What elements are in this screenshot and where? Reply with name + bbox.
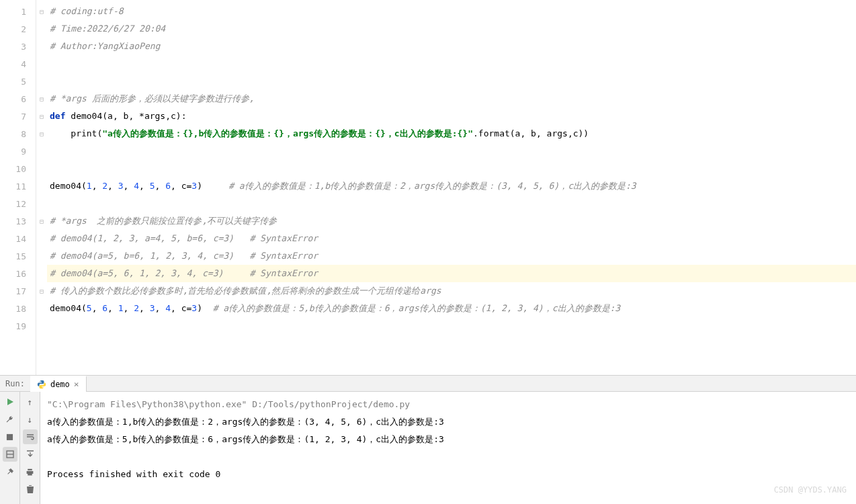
fold-marker[interactable]: ⊟ — [36, 90, 47, 108]
code-line[interactable]: # *args 后面的形参，必须以关键字参数进行传参, — [47, 90, 856, 108]
fold-marker — [36, 142, 47, 160]
code-line[interactable] — [47, 160, 856, 177]
pin-button[interactable] — [3, 464, 17, 479]
ide-root: 12345678910111213141516171819 ⊟⊟⊟⊟⊟⊟ # c… — [0, 0, 856, 504]
layout-button[interactable] — [3, 447, 17, 462]
python-file-icon — [37, 380, 46, 389]
code-line[interactable] — [47, 317, 856, 335]
fold-column[interactable]: ⊟⊟⊟⊟⊟⊟ — [36, 0, 47, 375]
code-line[interactable]: demo04(5, 6, 1, 2, 3, 4, c=3) # a传入的参数值是… — [47, 300, 856, 317]
code-line[interactable]: # demo04(1, 2, 3, a=4, 5, b=6, c=3) # Sy… — [47, 230, 856, 247]
close-icon[interactable]: × — [74, 379, 79, 389]
fold-marker[interactable]: ⊟ — [36, 282, 47, 300]
line-number[interactable]: 9 — [0, 142, 36, 160]
run-label: Run: — [0, 379, 30, 388]
console-line: Process finished with exit code 0 — [47, 466, 849, 483]
line-number[interactable]: 19 — [0, 317, 36, 335]
code-line[interactable] — [47, 195, 856, 212]
svg-point-0 — [40, 381, 41, 382]
wrench-icon[interactable] — [3, 412, 17, 427]
console-line: a传入的参数值是：5,b传入的参数值是：6，args传入的参数是：(1, 2, … — [47, 431, 849, 448]
console-line — [47, 448, 849, 466]
run-panel: Run: demo × ↑ ↓ — [0, 375, 856, 504]
line-number[interactable]: 12 — [0, 195, 36, 212]
run-body: ↑ ↓ "C:\Program Files\Python38\python.ex… — [0, 392, 856, 504]
fold-marker — [36, 38, 47, 55]
svg-point-1 — [42, 386, 43, 387]
up-arrow-icon[interactable]: ↑ — [23, 394, 38, 409]
line-number[interactable]: 1 — [0, 3, 36, 20]
fold-marker[interactable]: ⊟ — [36, 125, 47, 142]
fold-marker — [36, 73, 47, 90]
fold-marker[interactable]: ⊟ — [36, 212, 47, 230]
soft-wrap-button[interactable] — [23, 429, 38, 444]
code-area[interactable]: # coding:utf-8# Time:2022/6/27 20:04# Au… — [47, 0, 856, 375]
trash-button[interactable] — [23, 482, 38, 497]
code-line[interactable]: # coding:utf-8 — [47, 3, 856, 20]
fold-marker — [36, 300, 47, 317]
svg-rect-2 — [7, 433, 13, 439]
code-line[interactable] — [47, 55, 856, 73]
run-inner-toolbar: ↑ ↓ — [20, 392, 40, 504]
code-line[interactable] — [47, 73, 856, 90]
fold-marker — [36, 247, 47, 265]
editor-pane: 12345678910111213141516171819 ⊟⊟⊟⊟⊟⊟ # c… — [0, 0, 856, 375]
code-line[interactable] — [47, 142, 856, 160]
stop-button[interactable] — [3, 429, 17, 444]
code-line[interactable]: def demo04(a, b, *args,c): — [47, 108, 856, 125]
fold-marker — [36, 20, 47, 38]
fold-marker — [36, 195, 47, 212]
code-line[interactable]: # Time:2022/6/27 20:04 — [47, 20, 856, 38]
line-number[interactable]: 8 — [0, 125, 36, 142]
line-number[interactable]: 3 — [0, 38, 36, 55]
line-number[interactable]: 2 — [0, 20, 36, 38]
line-number[interactable]: 13 — [0, 212, 36, 230]
line-number[interactable]: 17 — [0, 282, 36, 300]
line-number[interactable]: 7 — [0, 108, 36, 125]
fold-marker — [36, 230, 47, 247]
line-number[interactable]: 14 — [0, 230, 36, 247]
run-tab-label: demo — [50, 380, 70, 389]
fold-marker — [36, 317, 47, 335]
code-line[interactable]: # demo04(a=5, b=6, 1, 2, 3, 4, c=3) # Sy… — [47, 247, 856, 265]
line-number[interactable]: 5 — [0, 73, 36, 90]
code-line[interactable]: # Author:YangXiaoPeng — [47, 38, 856, 55]
line-number-gutter[interactable]: 12345678910111213141516171819 — [0, 0, 36, 375]
fold-marker — [36, 265, 47, 282]
down-arrow-icon[interactable]: ↓ — [23, 412, 38, 427]
line-number[interactable]: 11 — [0, 177, 36, 195]
code-line[interactable]: # demo04(a=5, 6, 1, 2, 3, 4, c=3) # Synt… — [47, 265, 856, 282]
run-header: Run: demo × — [0, 376, 856, 392]
console-output[interactable]: "C:\Program Files\Python38\python.exe" D… — [40, 392, 856, 504]
fold-marker — [36, 55, 47, 73]
line-number[interactable]: 4 — [0, 55, 36, 73]
code-line[interactable]: # 传入的参数个数比必传参数多时,首先给必传参数赋值,然后将剩余的参数生成一个元… — [47, 282, 856, 300]
line-number[interactable]: 16 — [0, 265, 36, 282]
console-line: a传入的参数值是：1,b传入的参数值是：2，args传入的参数是：(3, 4, … — [47, 413, 849, 431]
rerun-button[interactable] — [3, 394, 17, 409]
line-number[interactable]: 15 — [0, 247, 36, 265]
fold-marker — [36, 160, 47, 177]
fold-marker — [36, 177, 47, 195]
fold-marker[interactable]: ⊟ — [36, 108, 47, 125]
line-number[interactable]: 10 — [0, 160, 36, 177]
console-command: "C:\Program Files\Python38\python.exe" D… — [47, 396, 849, 413]
code-line[interactable]: print("a传入的参数值是：{},b传入的参数值是：{}，args传入的参数… — [47, 125, 856, 142]
code-line[interactable]: demo04(1, 2, 3, 4, 5, 6, c=3) # a传入的参数值是… — [47, 177, 856, 195]
run-left-toolbar — [0, 392, 20, 504]
line-number[interactable]: 18 — [0, 300, 36, 317]
fold-marker[interactable]: ⊟ — [36, 3, 47, 20]
line-number[interactable]: 6 — [0, 90, 36, 108]
print-button[interactable] — [23, 464, 38, 479]
run-tab[interactable]: demo × — [30, 376, 87, 392]
scroll-to-end-button[interactable] — [23, 447, 38, 462]
code-line[interactable]: # *args 之前的参数只能按位置传参,不可以关键字传参 — [47, 212, 856, 230]
